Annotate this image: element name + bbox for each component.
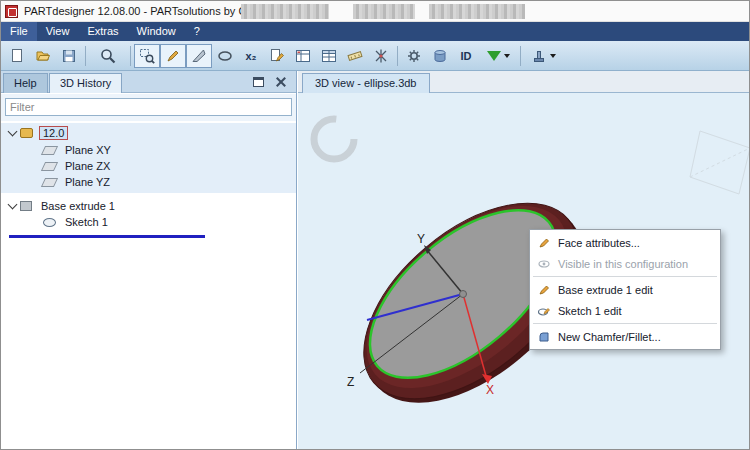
tab-3d-history[interactable]: 3D History: [49, 73, 122, 93]
history-tree: 12.0 Plane XY Plane ZX Plane YZ Base ext…: [1, 121, 296, 449]
menu-item-label: Face attributes...: [558, 237, 640, 249]
sketch-edit-icon: [535, 305, 553, 317]
id-button[interactable]: ID: [453, 44, 479, 68]
main-toolbar: x₂ ID: [1, 41, 749, 71]
plane-icon: [41, 146, 58, 155]
faint-cube-sketch: [690, 131, 749, 194]
partdesigner-window: PARTdesigner 12.08.00 - PARTsolutions by…: [0, 0, 750, 450]
chamfer-icon: [535, 331, 553, 343]
filter-icon: [487, 51, 501, 61]
menu-item-base-extrude-edit[interactable]: Base extrude 1 edit: [530, 279, 720, 300]
part-icon: [20, 128, 33, 138]
tab-3d-view[interactable]: 3D view - ellipse.3db: [302, 73, 430, 93]
toolbar-separator: [85, 46, 86, 66]
menu-window[interactable]: Window: [128, 22, 185, 41]
stamp-dropdown-button[interactable]: [524, 44, 562, 68]
filter-dropdown-button[interactable]: [479, 44, 517, 68]
tree-item-label[interactable]: Sketch 1: [62, 216, 111, 228]
menu-item-visible-in-configuration: Visible in this configuration: [530, 253, 720, 274]
redacted-region: [241, 4, 329, 19]
variables-glyph: x₂: [245, 50, 256, 62]
dimension-table-icon[interactable]: [290, 44, 316, 68]
rotate-compass-icon[interactable]: [314, 119, 354, 159]
tree-item-plane-yz[interactable]: Plane YZ: [43, 174, 113, 190]
save-icon[interactable]: [56, 44, 82, 68]
tree-item-label[interactable]: Base extrude 1: [38, 200, 118, 212]
view-tab-strip: 3D view - ellipse.3db: [298, 71, 749, 93]
menu-file[interactable]: File: [1, 22, 37, 41]
tree-item-label[interactable]: Plane ZX: [62, 160, 113, 172]
origin-point[interactable]: [460, 291, 467, 298]
menu-item-sketch-edit[interactable]: Sketch 1 edit: [530, 300, 720, 321]
redacted-region: [353, 4, 415, 19]
menu-view[interactable]: View: [37, 22, 79, 41]
toolbar-separator: [130, 46, 131, 66]
tree-item-label[interactable]: 12.0: [39, 126, 68, 140]
menu-item-label: Base extrude 1 edit: [558, 284, 653, 296]
open-folder-icon[interactable]: [30, 44, 56, 68]
menu-help[interactable]: ?: [185, 22, 209, 41]
filter-row: [1, 94, 296, 121]
plane-icon: [41, 178, 58, 187]
tree-item-root[interactable]: 12.0: [9, 125, 68, 141]
chevron-down-icon: [550, 54, 556, 58]
axis-z-label: Z: [347, 375, 354, 389]
title-bar: PARTdesigner 12.08.00 - PARTsolutions by…: [1, 1, 749, 22]
tree-item-label[interactable]: Plane XY: [62, 144, 114, 156]
zoom-icon[interactable]: [89, 44, 127, 68]
close-panel-icon[interactable]: [275, 76, 286, 87]
axis-x-label: X: [486, 383, 494, 397]
stamp-icon: [531, 48, 547, 64]
menu-separator: [533, 323, 717, 324]
sketch-icon: [43, 218, 56, 227]
document-edit-icon[interactable]: [264, 44, 290, 68]
edit-sketch-icon[interactable]: [160, 44, 186, 68]
pencil-icon: [535, 284, 553, 296]
menu-item-label: Sketch 1 edit: [558, 305, 622, 317]
axes-icon[interactable]: [368, 44, 394, 68]
history-panel: Help 3D History 12.0 Plane XY Plane ZX: [1, 71, 297, 449]
tree-item-plane-zx[interactable]: Plane ZX: [43, 158, 113, 174]
tree-item-plane-xy[interactable]: Plane XY: [43, 142, 114, 158]
tree-item-sketch[interactable]: Sketch 1: [43, 214, 111, 230]
menu-item-new-chamfer-fillet[interactable]: New Chamfer/Fillet...: [530, 326, 720, 347]
menu-item-label: Visible in this configuration: [558, 258, 688, 270]
pencil-icon: [535, 237, 553, 249]
axis-y-label: Y: [417, 232, 425, 246]
table-icon[interactable]: [316, 44, 342, 68]
left-tab-strip: Help 3D History: [1, 71, 296, 93]
eye-icon: [535, 258, 553, 270]
ellipse-tool-icon[interactable]: [212, 44, 238, 68]
measure-icon[interactable]: [342, 44, 368, 68]
app-icon: [5, 5, 18, 18]
toolbar-separator: [520, 46, 521, 66]
chevron-expanded-icon[interactable]: [8, 127, 18, 137]
zoom-window-icon[interactable]: [134, 44, 160, 68]
menu-item-label: New Chamfer/Fillet...: [558, 331, 661, 343]
tree-item-base-extrude[interactable]: Base extrude 1: [9, 198, 118, 214]
extrude-icon: [20, 201, 32, 211]
variables-icon[interactable]: x₂: [238, 44, 264, 68]
filter-input[interactable]: [5, 98, 292, 116]
menu-separator: [533, 276, 717, 277]
settings-icon[interactable]: [401, 44, 427, 68]
context-menu: Face attributes... Visible in this confi…: [529, 229, 721, 350]
part-cylinder-icon[interactable]: [427, 44, 453, 68]
float-panel-icon[interactable]: [253, 77, 264, 87]
chevron-down-icon: [504, 54, 510, 58]
chevron-expanded-icon[interactable]: [8, 200, 18, 210]
plane-icon: [41, 162, 58, 171]
tree-item-label[interactable]: Plane YZ: [62, 176, 113, 188]
menu-item-face-attributes[interactable]: Face attributes...: [530, 232, 720, 253]
tab-help[interactable]: Help: [3, 73, 48, 93]
section-tool-icon[interactable]: [186, 44, 212, 68]
drop-indicator-line: [9, 235, 205, 238]
id-glyph: ID: [461, 50, 472, 62]
menu-bar: File View Extras Window ?: [1, 22, 749, 41]
toolbar-separator: [397, 46, 398, 66]
redacted-region: [429, 4, 525, 19]
menu-extras[interactable]: Extras: [78, 22, 127, 41]
new-document-icon[interactable]: [4, 44, 30, 68]
